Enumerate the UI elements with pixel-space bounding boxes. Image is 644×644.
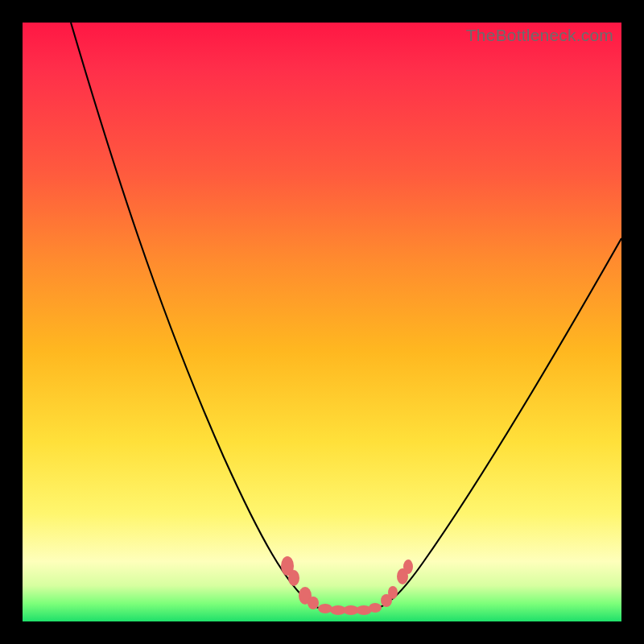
marker-dot <box>369 603 382 613</box>
marker-dot <box>403 559 413 574</box>
marker-cluster <box>281 556 413 615</box>
curve-left-arm <box>71 23 333 610</box>
curve-right-arm <box>372 238 621 610</box>
bottleneck-curve <box>23 23 621 621</box>
chart-frame: TheBottleneck.com <box>0 0 644 644</box>
marker-dot <box>308 597 319 609</box>
marker-dot <box>318 604 332 613</box>
marker-dot <box>388 586 398 599</box>
plot-area: TheBottleneck.com <box>23 23 621 621</box>
marker-dot <box>288 570 299 586</box>
